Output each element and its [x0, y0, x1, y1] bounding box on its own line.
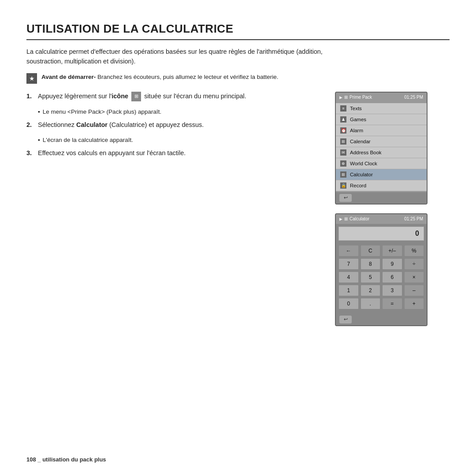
menu-item-worldclock[interactable]: ⊕ World Clock: [336, 158, 427, 169]
menu-item-addressbook-label: Address Book: [350, 150, 382, 155]
calc-btn-2[interactable]: 2: [361, 285, 381, 296]
phone-1-header-left: ▶ ⊞ Prime Pack: [339, 95, 372, 100]
calc-btn-7[interactable]: 7: [338, 258, 359, 270]
note-bold: Avant de démarrer-: [41, 74, 96, 80]
calc-btn-multiply[interactable]: ×: [404, 271, 424, 283]
menu-item-worldclock-label: World Clock: [350, 161, 377, 166]
menu-item-calculator-label: Calculator: [350, 172, 373, 177]
calc-btn-9[interactable]: 9: [382, 258, 402, 270]
calc-btn-8[interactable]: 8: [361, 258, 381, 270]
step-2-content: Sélectionnez Calculator (Calculatrice) e…: [38, 120, 204, 130]
menu-item-alarm[interactable]: ⏰ Alarm: [336, 125, 427, 136]
calc-btn-minus[interactable]: –: [404, 285, 424, 296]
calc-btn-percent[interactable]: %: [404, 245, 424, 257]
step-1-bullet: Le menu <Prime Pack> (Pack plus) apparaî…: [38, 108, 322, 115]
menu-item-texts[interactable]: ≡ Texts: [336, 103, 427, 114]
games-icon: ♟: [340, 116, 346, 123]
calc-btn-plus[interactable]: +: [404, 298, 424, 309]
phone-2-header: ▶ ⊞ Calculator 01:25 PM: [336, 214, 427, 224]
calc-btn-3[interactable]: 3: [382, 285, 402, 296]
phone-2-title-icon: ⊞: [344, 216, 348, 221]
note-star-icon: ★: [26, 73, 37, 84]
step-2-bold: Calculator: [76, 121, 108, 128]
note-regular: Branchez les écouteurs, puis allumez le …: [96, 74, 278, 80]
step-3-content: Effectuez vos calculs en appuyant sur l'…: [38, 149, 186, 158]
menu-item-games[interactable]: ♟ Games: [336, 114, 427, 125]
menu-item-calendar[interactable]: ⊞ Calendar: [336, 136, 427, 147]
calc-btn-6[interactable]: 6: [382, 271, 402, 283]
calc-display: 0: [338, 227, 424, 241]
worldclock-icon: ⊕: [340, 160, 346, 167]
back-button-2[interactable]: ↩: [339, 316, 352, 324]
note-content: Avant de démarrer- Branchez les écouteur…: [41, 73, 279, 82]
step-2-num: 2.: [26, 120, 33, 130]
back-button-1[interactable]: ↩: [339, 194, 352, 202]
menu-list: ≡ Texts ♟ Games ⏰ Alarm ⊞ Calendar ✉ A: [336, 102, 427, 192]
menu-item-record-label: Record: [350, 183, 366, 188]
step-2-bullet: L'écran de la calculatrice apparaît.: [38, 137, 322, 143]
phones-column: ▶ ⊞ Prime Pack 01:25 PM ≡ Texts ♟ Games …: [335, 92, 428, 326]
phone-2-play-icon: ▶: [339, 217, 342, 221]
menu-item-calculator[interactable]: ⊞ Calculator: [336, 169, 427, 180]
phone-1-footer: ↩: [336, 192, 427, 204]
texts-icon: ≡: [340, 105, 346, 112]
calc-btn-4[interactable]: 4: [338, 271, 359, 283]
phone-2-header-left: ▶ ⊞ Calculator: [339, 216, 369, 221]
phone-1-header: ▶ ⊞ Prime Pack 01:25 PM: [336, 93, 427, 102]
phone-2-title: Calculator: [350, 216, 369, 221]
phone-1-title-icon: ⊞: [344, 95, 348, 100]
phone-screen-1: ▶ ⊞ Prime Pack 01:25 PM ≡ Texts ♟ Games …: [335, 92, 428, 205]
calc-btn-equals[interactable]: =: [382, 298, 402, 309]
calc-btn-dot[interactable]: .: [361, 298, 381, 309]
menu-item-games-label: Games: [350, 117, 366, 122]
phone-1-time: 01:25 PM: [404, 95, 423, 100]
step-1-num: 1.: [26, 92, 33, 101]
calc-row-5: 0 . = +: [338, 298, 424, 309]
calendar-icon: ⊞: [340, 138, 346, 145]
calc-btn-0[interactable]: 0: [338, 298, 359, 309]
calc-btn-plusminus[interactable]: +/–: [382, 245, 402, 257]
alarm-icon: ⏰: [340, 127, 346, 134]
step-1-bold: icône: [112, 93, 128, 100]
menu-item-calendar-label: Calendar: [350, 139, 371, 144]
note-box: ★ Avant de démarrer- Branchez les écoute…: [26, 73, 326, 84]
step-1-inline-icon: ⊞: [131, 92, 141, 101]
phone-screen-2: ▶ ⊞ Calculator 01:25 PM 0 ← C +/– % 7: [335, 213, 428, 326]
calc-buttons: ← C +/– % 7 8 9 ÷ 4 5 6 ×: [336, 243, 427, 314]
calc-btn-5[interactable]: 5: [361, 271, 381, 283]
record-icon: 🔒: [340, 182, 346, 189]
calc-btn-1[interactable]: 1: [338, 285, 359, 296]
step-3-num: 3.: [26, 149, 33, 158]
menu-item-addressbook[interactable]: ✉ Address Book: [336, 147, 427, 158]
calc-row-1: ← C +/– %: [338, 245, 424, 257]
page-title: UTILISATION DE LA CALCULATRICE: [26, 22, 450, 40]
menu-item-alarm-label: Alarm: [350, 128, 363, 133]
page-footer: 108 _ utilisation du pack plus: [26, 456, 106, 463]
intro-text: La calculatrice permet d'effectuer des o…: [26, 47, 326, 67]
menu-item-texts-label: Texts: [350, 106, 362, 111]
calc-btn-divide[interactable]: ÷: [404, 258, 424, 270]
phone-2-time: 01:25 PM: [404, 216, 423, 221]
phone-2-footer: ↩: [336, 314, 427, 325]
step-3: 3. Effectuez vos calculs en appuyant sur…: [26, 149, 322, 158]
menu-item-record[interactable]: 🔒 Record: [336, 180, 427, 191]
calc-row-4: 1 2 3 –: [338, 285, 424, 296]
instructions-area: 1. Appuyez légèrement sur l'icône ⊞ situ…: [26, 92, 322, 326]
step-1: 1. Appuyez légèrement sur l'icône ⊞ situ…: [26, 92, 322, 101]
step-2: 2. Sélectionnez Calculator (Calculatrice…: [26, 120, 322, 130]
calc-row-3: 4 5 6 ×: [338, 271, 424, 283]
calc-row-2: 7 8 9 ÷: [338, 258, 424, 270]
calc-btn-clear[interactable]: C: [361, 245, 381, 257]
addressbook-icon: ✉: [340, 149, 346, 156]
calculator-icon: ⊞: [340, 171, 346, 178]
step-1-content: Appuyez légèrement sur l'icône ⊞ située …: [38, 92, 246, 101]
phone-1-play-icon: ▶: [339, 95, 342, 100]
phone-1-title: Prime Pack: [350, 95, 372, 100]
calc-btn-backspace[interactable]: ←: [338, 245, 359, 257]
